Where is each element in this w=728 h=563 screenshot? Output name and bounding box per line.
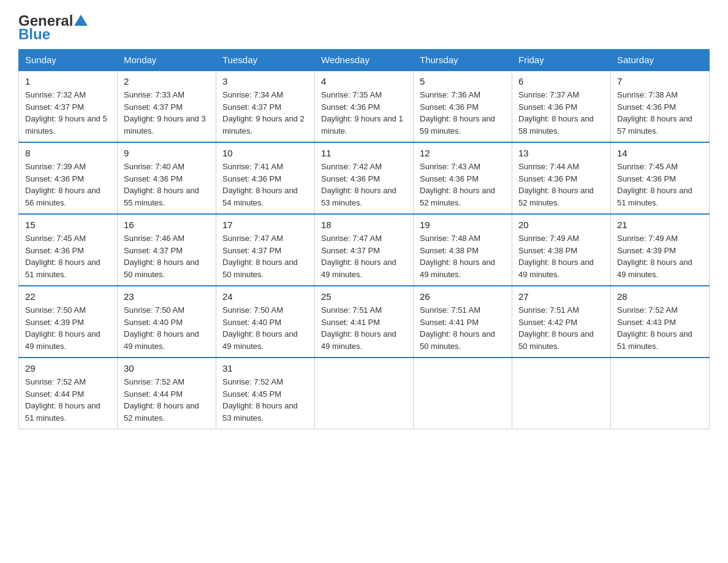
- day-number: 2: [124, 76, 210, 86]
- calendar-cell: 20 Sunrise: 7:49 AMSunset: 4:38 PMDaylig…: [512, 214, 611, 286]
- weekday-header-wednesday: Wednesday: [315, 50, 414, 71]
- day-number: 10: [222, 148, 308, 158]
- calendar-cell: [512, 358, 611, 429]
- calendar-cell: [315, 358, 414, 429]
- day-info: Sunrise: 7:41 AMSunset: 4:36 PMDaylight:…: [222, 161, 308, 209]
- day-number: 4: [321, 76, 407, 86]
- day-number: 6: [518, 76, 604, 86]
- day-number: 8: [25, 148, 111, 158]
- day-info: Sunrise: 7:52 AMSunset: 4:44 PMDaylight:…: [25, 376, 111, 424]
- logo-icon: [74, 13, 88, 27]
- calendar-cell: 30 Sunrise: 7:52 AMSunset: 4:44 PMDaylig…: [118, 358, 216, 429]
- day-info: Sunrise: 7:47 AMSunset: 4:37 PMDaylight:…: [321, 232, 407, 280]
- calendar-cell: 14 Sunrise: 7:45 AMSunset: 4:36 PMDaylig…: [611, 142, 710, 214]
- page-header: General Blue: [18, 12, 710, 43]
- calendar-cell: 22 Sunrise: 7:50 AMSunset: 4:39 PMDaylig…: [19, 286, 118, 358]
- day-number: 18: [321, 220, 407, 230]
- day-info: Sunrise: 7:32 AMSunset: 4:37 PMDaylight:…: [25, 89, 111, 137]
- calendar-cell: 13 Sunrise: 7:44 AMSunset: 4:36 PMDaylig…: [512, 142, 611, 214]
- calendar-cell: 28 Sunrise: 7:52 AMSunset: 4:43 PMDaylig…: [611, 286, 710, 358]
- calendar-cell: 16 Sunrise: 7:46 AMSunset: 4:37 PMDaylig…: [118, 214, 216, 286]
- day-number: 11: [321, 148, 407, 158]
- calendar-cell: 21 Sunrise: 7:49 AMSunset: 4:39 PMDaylig…: [611, 214, 710, 286]
- calendar-cell: [611, 358, 710, 429]
- calendar-cell: [414, 358, 512, 429]
- logo-blue: Blue: [18, 26, 50, 43]
- calendar-cell: 24 Sunrise: 7:50 AMSunset: 4:40 PMDaylig…: [216, 286, 315, 358]
- calendar-cell: 26 Sunrise: 7:51 AMSunset: 4:41 PMDaylig…: [414, 286, 512, 358]
- day-info: Sunrise: 7:42 AMSunset: 4:36 PMDaylight:…: [321, 161, 407, 209]
- calendar-cell: 9 Sunrise: 7:40 AMSunset: 4:36 PMDayligh…: [118, 142, 216, 214]
- day-info: Sunrise: 7:51 AMSunset: 4:41 PMDaylight:…: [321, 304, 407, 352]
- day-info: Sunrise: 7:52 AMSunset: 4:45 PMDaylight:…: [222, 376, 308, 424]
- calendar-cell: 1 Sunrise: 7:32 AMSunset: 4:37 PMDayligh…: [19, 71, 118, 142]
- day-number: 14: [617, 148, 703, 158]
- weekday-header-saturday: Saturday: [611, 50, 710, 71]
- calendar-table: SundayMondayTuesdayWednesdayThursdayFrid…: [18, 49, 710, 429]
- calendar-header-row: SundayMondayTuesdayWednesdayThursdayFrid…: [19, 50, 710, 71]
- calendar-cell: 18 Sunrise: 7:47 AMSunset: 4:37 PMDaylig…: [315, 214, 414, 286]
- day-info: Sunrise: 7:39 AMSunset: 4:36 PMDaylight:…: [25, 161, 111, 209]
- day-info: Sunrise: 7:46 AMSunset: 4:37 PMDaylight:…: [124, 232, 210, 280]
- weekday-header-thursday: Thursday: [414, 50, 512, 71]
- day-info: Sunrise: 7:52 AMSunset: 4:44 PMDaylight:…: [124, 376, 210, 424]
- day-info: Sunrise: 7:36 AMSunset: 4:36 PMDaylight:…: [420, 89, 506, 137]
- day-info: Sunrise: 7:49 AMSunset: 4:39 PMDaylight:…: [617, 232, 703, 280]
- calendar-cell: 6 Sunrise: 7:37 AMSunset: 4:36 PMDayligh…: [512, 71, 611, 142]
- day-info: Sunrise: 7:51 AMSunset: 4:41 PMDaylight:…: [420, 304, 506, 352]
- calendar-cell: 17 Sunrise: 7:47 AMSunset: 4:37 PMDaylig…: [216, 214, 315, 286]
- week-row-5: 29 Sunrise: 7:52 AMSunset: 4:44 PMDaylig…: [19, 358, 710, 429]
- day-info: Sunrise: 7:35 AMSunset: 4:36 PMDaylight:…: [321, 89, 407, 137]
- day-info: Sunrise: 7:44 AMSunset: 4:36 PMDaylight:…: [518, 161, 604, 209]
- day-number: 25: [321, 291, 407, 302]
- day-number: 31: [222, 363, 308, 373]
- day-info: Sunrise: 7:38 AMSunset: 4:36 PMDaylight:…: [617, 89, 703, 137]
- day-number: 24: [222, 291, 308, 302]
- weekday-header-monday: Monday: [118, 50, 216, 71]
- day-number: 26: [420, 291, 506, 302]
- day-number: 7: [617, 76, 703, 86]
- calendar-cell: 2 Sunrise: 7:33 AMSunset: 4:37 PMDayligh…: [118, 71, 216, 142]
- calendar-cell: 29 Sunrise: 7:52 AMSunset: 4:44 PMDaylig…: [19, 358, 118, 429]
- day-number: 23: [124, 291, 210, 302]
- weekday-header-tuesday: Tuesday: [216, 50, 315, 71]
- calendar-cell: 8 Sunrise: 7:39 AMSunset: 4:36 PMDayligh…: [19, 142, 118, 214]
- day-info: Sunrise: 7:51 AMSunset: 4:42 PMDaylight:…: [518, 304, 604, 352]
- day-number: 3: [222, 76, 308, 86]
- calendar-cell: 31 Sunrise: 7:52 AMSunset: 4:45 PMDaylig…: [216, 358, 315, 429]
- day-info: Sunrise: 7:37 AMSunset: 4:36 PMDaylight:…: [518, 89, 604, 137]
- week-row-1: 1 Sunrise: 7:32 AMSunset: 4:37 PMDayligh…: [19, 71, 710, 142]
- day-info: Sunrise: 7:50 AMSunset: 4:39 PMDaylight:…: [25, 304, 111, 352]
- day-number: 15: [25, 220, 111, 230]
- day-number: 12: [420, 148, 506, 158]
- day-number: 21: [617, 220, 703, 230]
- calendar-cell: 12 Sunrise: 7:43 AMSunset: 4:36 PMDaylig…: [414, 142, 512, 214]
- logo: General Blue: [18, 12, 88, 43]
- day-number: 9: [124, 148, 210, 158]
- calendar-cell: 3 Sunrise: 7:34 AMSunset: 4:37 PMDayligh…: [216, 71, 315, 142]
- day-number: 29: [25, 363, 111, 373]
- calendar-cell: 7 Sunrise: 7:38 AMSunset: 4:36 PMDayligh…: [611, 71, 710, 142]
- day-info: Sunrise: 7:47 AMSunset: 4:37 PMDaylight:…: [222, 232, 308, 280]
- calendar-cell: 15 Sunrise: 7:45 AMSunset: 4:36 PMDaylig…: [19, 214, 118, 286]
- day-number: 28: [617, 291, 703, 302]
- day-info: Sunrise: 7:52 AMSunset: 4:43 PMDaylight:…: [617, 304, 703, 352]
- day-number: 27: [518, 291, 604, 302]
- day-number: 17: [222, 220, 308, 230]
- day-number: 5: [420, 76, 506, 86]
- day-number: 1: [25, 76, 111, 86]
- svg-marker-0: [74, 15, 88, 26]
- day-info: Sunrise: 7:34 AMSunset: 4:37 PMDaylight:…: [222, 89, 308, 137]
- calendar-cell: 23 Sunrise: 7:50 AMSunset: 4:40 PMDaylig…: [118, 286, 216, 358]
- day-info: Sunrise: 7:48 AMSunset: 4:38 PMDaylight:…: [420, 232, 506, 280]
- day-info: Sunrise: 7:45 AMSunset: 4:36 PMDaylight:…: [25, 232, 111, 280]
- day-info: Sunrise: 7:43 AMSunset: 4:36 PMDaylight:…: [420, 161, 506, 209]
- calendar-cell: 11 Sunrise: 7:42 AMSunset: 4:36 PMDaylig…: [315, 142, 414, 214]
- day-number: 20: [518, 220, 604, 230]
- week-row-4: 22 Sunrise: 7:50 AMSunset: 4:39 PMDaylig…: [19, 286, 710, 358]
- day-number: 30: [124, 363, 210, 373]
- calendar-cell: 25 Sunrise: 7:51 AMSunset: 4:41 PMDaylig…: [315, 286, 414, 358]
- day-info: Sunrise: 7:50 AMSunset: 4:40 PMDaylight:…: [124, 304, 210, 352]
- day-info: Sunrise: 7:50 AMSunset: 4:40 PMDaylight:…: [222, 304, 308, 352]
- day-number: 16: [124, 220, 210, 230]
